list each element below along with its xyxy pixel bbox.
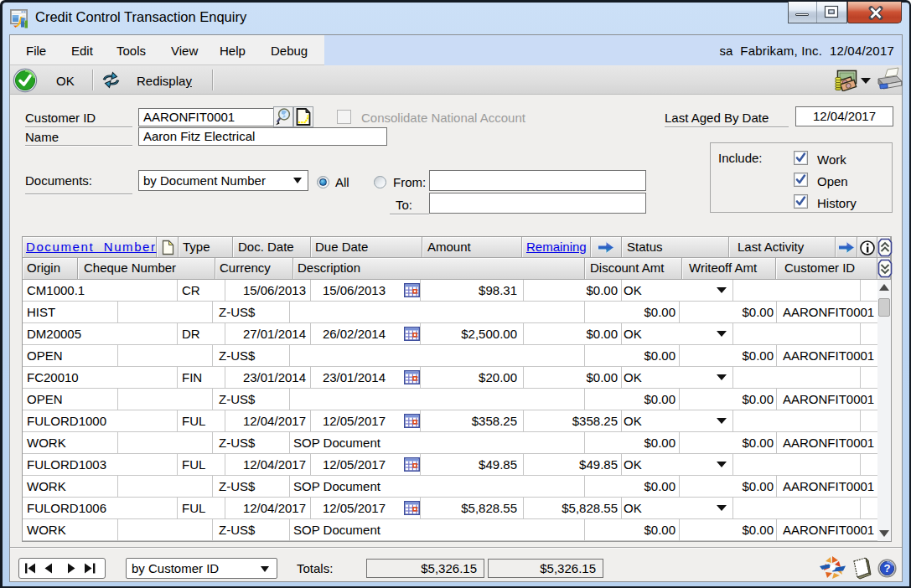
svg-text:?: ?: [883, 562, 890, 575]
